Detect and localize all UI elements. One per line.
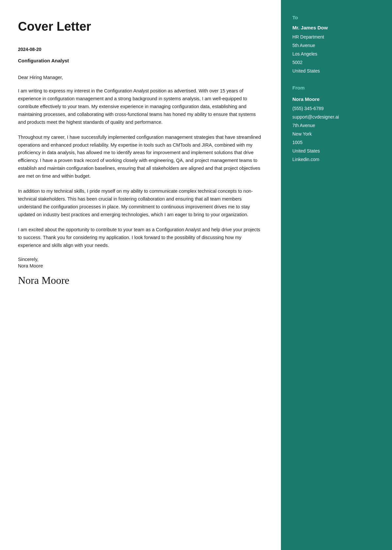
letter-paragraph-4: I am excited about the opportunity to co… xyxy=(18,226,263,250)
sidebar-from-section: From Nora Moore (555) 345-6789 support@c… xyxy=(292,85,381,164)
letter-salutation: Dear Hiring Manager, xyxy=(18,75,263,80)
sidebar-from-phone: (555) 345-6789 xyxy=(292,105,381,113)
letter-date: 2024-08-20 xyxy=(18,47,263,52)
sidebar-from-label: From xyxy=(292,85,381,90)
letter-paragraph-3: In addition to my technical skills, I pr… xyxy=(18,187,263,219)
sidebar-to-street: 5th Avenue xyxy=(292,41,381,50)
letter-paragraph-2: Throughout my career, I have successfull… xyxy=(18,134,263,181)
sidebar-from-email: support@cvdesigner.ai xyxy=(292,113,381,121)
sidebar-to-section: To Mr. James Dow HR Department 5th Avenu… xyxy=(292,15,381,75)
letter-signature: Nora Moore xyxy=(18,274,263,286)
letter-paragraph-1: I am writing to express my interest in t… xyxy=(18,87,263,126)
sidebar-to-department: HR Department xyxy=(292,33,381,41)
letter-job-title: Configuration Analyst xyxy=(18,58,263,63)
sidebar-from-country: United States xyxy=(292,147,381,155)
sidebar-to-name: Mr. James Dow xyxy=(292,25,381,30)
sidebar: To Mr. James Dow HR Department 5th Avenu… xyxy=(281,0,392,550)
sidebar-to-postal: 5002 xyxy=(292,58,381,67)
sidebar-to-city: Los Angeles xyxy=(292,50,381,58)
sidebar-to-label: To xyxy=(292,15,381,20)
sidebar-from-street: 7th Avenue xyxy=(292,121,381,130)
letter-closing-name: Nora Moore xyxy=(18,263,263,268)
letter-body: Cover Letter 2024-08-20 Configuration An… xyxy=(0,0,281,550)
sidebar-to-country: United States xyxy=(292,67,381,75)
sidebar-from-city: New York xyxy=(292,130,381,138)
sidebar-from-website: Linkedin.com xyxy=(292,155,381,164)
sidebar-from-name: Nora Moore xyxy=(292,96,381,102)
page-title: Cover Letter xyxy=(18,20,263,34)
letter-closing: Sincerely, xyxy=(18,257,263,262)
sidebar-from-postal: 1005 xyxy=(292,138,381,147)
